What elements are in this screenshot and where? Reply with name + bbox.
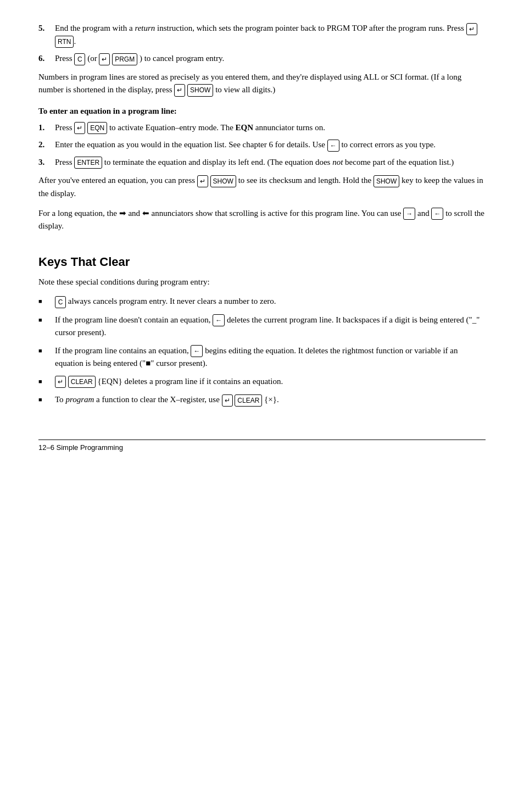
show-key-3: SHOW	[374, 175, 399, 188]
backspace-key-1: ←	[327, 140, 339, 152]
backspace-key-2: ←	[213, 314, 225, 326]
left-arrow-key: ←	[431, 208, 443, 220]
enter-key: ENTER	[74, 157, 102, 169]
shift-key-7: ↵	[222, 394, 233, 407]
backspace-key-3: ←	[191, 345, 203, 357]
shift-key-2: ↵	[99, 53, 110, 65]
eq-step-2-num: 2.	[38, 138, 55, 152]
right-arrow-key: →	[403, 208, 415, 220]
eq-step-1: 1. Press ↵ EQN to activate Equation–entr…	[38, 121, 486, 135]
bullet-sq-4: ■	[38, 375, 55, 386]
eq-step-3-num: 3.	[38, 156, 55, 169]
eq-step-2-body: Enter the equation as you would in the e…	[55, 138, 486, 152]
bullet-list: ■ C always cancels program entry. It nev…	[38, 295, 486, 407]
shift-key-6: ↵	[55, 376, 66, 388]
eqn-key: EQN	[87, 122, 107, 134]
keys-that-clear-heading: Keys That Clear	[38, 255, 486, 269]
bullet-3: ■ If the program line contains an equati…	[38, 344, 486, 370]
shift-key-5: ↵	[197, 175, 208, 188]
return-italic: return	[135, 24, 155, 32]
page-content: 5. End the program with a return instruc…	[38, 22, 486, 407]
bullet-2: ■ If the program line doesn't contain an…	[38, 314, 486, 339]
step-6: 6. Press C (or ↵ PRGM ) to cancel progra…	[38, 52, 486, 65]
step-6-body: Press C (or ↵ PRGM ) to cancel program e…	[55, 52, 486, 65]
bullet-sq-1: ■	[38, 295, 55, 306]
show-key-2: SHOW	[210, 175, 236, 188]
shift-key-4: ↵	[74, 122, 85, 134]
keys-intro-text: Note these special conditions during pro…	[38, 276, 486, 288]
bullet-sq-5: ■	[38, 393, 55, 404]
step-6-num: 6.	[38, 52, 55, 65]
bullet-3-body: If the program line contains an equation…	[55, 344, 486, 370]
equation-section-heading: To enter an equation in a program line:	[38, 107, 486, 116]
bullet-4: ■ ↵ CLEAR {EQN} deletes a program line i…	[38, 375, 486, 388]
bullet-2-body: If the program line doesn't contain an e…	[55, 314, 486, 339]
bullet-1-body: C always cancels program entry. It never…	[55, 295, 486, 308]
show-key-1: SHOW	[187, 84, 213, 97]
clear-key-1: CLEAR	[68, 376, 96, 388]
eq-step-1-body: Press ↵ EQN to activate Equation–entry m…	[55, 121, 486, 135]
para-scroll: For a long equation, the ➡ and ⬅ annunci…	[38, 207, 486, 233]
equation-steps-list: 1. Press ↵ EQN to activate Equation–entr…	[38, 121, 486, 169]
eqn-bold: EQN	[236, 123, 254, 132]
para-checksum: After you've entered an equation, you ca…	[38, 174, 486, 200]
step-5-num: 5.	[38, 22, 55, 48]
bullet-sq-2: ■	[38, 314, 55, 325]
bullet-5-body: To program a function to clear the X–reg…	[55, 393, 486, 407]
eq-step-3: 3. Press ENTER to terminate the equation…	[38, 156, 486, 169]
footer-text: 12–6 Simple Programming	[38, 443, 123, 452]
footer-bar: 12–6 Simple Programming	[38, 440, 486, 452]
shift-key-3: ↵	[174, 84, 185, 97]
bullet-5: ■ To program a function to clear the X–r…	[38, 393, 486, 407]
bullet-sq-3: ■	[38, 344, 55, 355]
prgm-key: PRGM	[112, 53, 137, 65]
para-numbers: Numbers in program lines are stored as p…	[38, 71, 486, 97]
eq-step-2: 2. Enter the equation as you would in th…	[38, 138, 486, 152]
eq-step-1-num: 1.	[38, 121, 55, 135]
eq-step-3-body: Press ENTER to terminate the equation an…	[55, 156, 486, 169]
bullet-4-body: ↵ CLEAR {EQN} deletes a program line if …	[55, 375, 486, 388]
step-5: 5. End the program with a return instruc…	[38, 22, 486, 48]
rtn-key: RTN	[55, 36, 74, 48]
shift-key-1: ↵	[466, 23, 477, 35]
c-key-1: C	[74, 53, 85, 65]
program-italic: program	[65, 395, 94, 404]
bullet-1: ■ C always cancels program entry. It nev…	[38, 295, 486, 308]
c-key-2: C	[55, 296, 66, 308]
step-5-body: End the program with a return instructio…	[55, 22, 486, 48]
not-italic: not	[332, 158, 343, 166]
clear-key-2: CLEAR	[235, 394, 262, 407]
steps-top-list: 5. End the program with a return instruc…	[38, 22, 486, 65]
